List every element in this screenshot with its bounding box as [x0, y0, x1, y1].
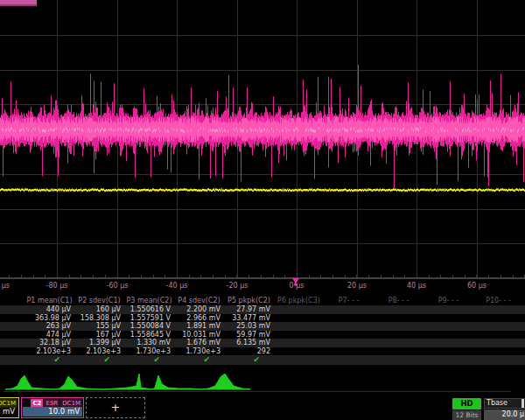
histicon-shape [5, 375, 54, 389]
measurement-value: 1.676 mV [174, 339, 224, 346]
measurement-value: 27.97 mV [224, 305, 274, 313]
measurement-value: 2.966 mV [174, 314, 224, 322]
hd-bits-label: 12 Bits [452, 410, 481, 420]
histicon-row [0, 371, 525, 396]
bottom-bar: DC1M 0 mV C2 ESR DC1M 10.0 mV + HD 12 Bi… [0, 396, 525, 420]
measurement-value: 59.97 mV [224, 331, 274, 339]
measurement-row: 263 µV155 µV1.550084 V1.891 mV25.03 mV [0, 322, 525, 331]
status-check-icon: ✔ [174, 356, 224, 364]
measurement-header[interactable]: P5 pkpk(C2) [224, 297, 274, 304]
histicon-shape [152, 375, 201, 389]
measurement-value: 1.557591 V [124, 314, 174, 322]
measurement-value: 1.891 mV [174, 322, 224, 330]
measurement-value: 25.03 mV [224, 322, 274, 330]
measurement-header[interactable]: P1 mean(C1) [24, 297, 74, 304]
measurement-value: 1.730e+3 [174, 347, 224, 355]
measurement-value: 263 µV [24, 322, 74, 330]
measurement-header-row: P1 mean(C1)P2 sdev(C1)P3 mean(C2)P4 sdev… [0, 296, 525, 305]
timebase-descriptor[interactable]: Tbase 20.0 µ [484, 398, 525, 420]
measurement-value: 33.477 mV [224, 314, 274, 322]
measurement-row: 440 µV160 µV1.550616 V2.200 mV27.97 mV [0, 305, 525, 314]
measurement-value: 2.103e+3 [24, 347, 74, 355]
hd-mode-badge[interactable]: HD [452, 398, 481, 410]
status-check-icon: ✔ [124, 356, 174, 364]
oscilloscope-screen: -100 µs-80 µs-60 µs-40 µs-20 µs0 µs20 µs… [0, 0, 525, 420]
measurement-header[interactable]: P2 sdev(C1) [74, 297, 124, 304]
measurement-value: 1.399 µV [74, 339, 124, 346]
histicon-shape [54, 376, 103, 389]
plus-icon: + [111, 401, 121, 414]
c2-scale-value: 10.0 mV [23, 407, 82, 416]
measurement-table: P1 mean(C1)P2 sdev(C1)P3 mean(C2)P4 sdev… [0, 296, 525, 369]
measurement-value: 158.308 µV [74, 314, 124, 322]
waveform-grid[interactable] [0, 0, 525, 278]
c1-scale-value: 0 mV [0, 407, 18, 416]
add-trace-button[interactable]: + [86, 397, 145, 418]
timebase-title: Tbase [484, 398, 525, 409]
status-check-icon: ✔ [224, 356, 274, 364]
time-axis-label: -80 µs [46, 282, 68, 290]
time-axis-label: -100 µs [0, 282, 10, 290]
measurement-value: 160 µV [74, 305, 124, 313]
measurement-value: 2.200 mV [174, 305, 224, 313]
measurement-value: 474 µV [24, 331, 74, 339]
measurement-header[interactable]: P10- - - [473, 297, 523, 304]
trigger-position-marker-icon[interactable] [292, 278, 299, 284]
time-axis-label: 40 µs [407, 282, 426, 290]
measurement-row: 2.103e+32.103e+31.730e+31.730e+3292 [0, 347, 525, 356]
timebase-value: 20.0 µ [484, 410, 525, 420]
time-axis-label: -20 µs [227, 282, 248, 290]
measurement-value: 6.135 mV [224, 339, 274, 346]
measurement-row: 32.18 µV1.399 µV1.330 mV1.676 mV6.135 mV [0, 339, 525, 347]
measurement-value: 1.550616 V [124, 305, 174, 313]
waveform-canvas[interactable] [0, 0, 525, 278]
measurement-header[interactable]: P8- - - [374, 297, 424, 304]
measurement-header[interactable]: P9- - - [424, 297, 473, 304]
histicon-chart[interactable] [5, 371, 54, 392]
measurement-row: 363.98 µV158.308 µV1.557591 V2.966 mV33.… [0, 314, 525, 323]
measurement-value: 1.330 mV [124, 339, 174, 346]
histicon-chart[interactable] [152, 371, 201, 392]
measurement-header[interactable]: P3 mean(C2) [124, 297, 174, 304]
time-axis-label: 20 µs [347, 282, 367, 290]
measurement-value: 1.558645 V [124, 331, 174, 339]
time-axis: -100 µs-80 µs-60 µs-40 µs-20 µs0 µs20 µs… [0, 278, 525, 294]
timebase-divider [522, 399, 524, 408]
time-axis-label: -40 µs [166, 282, 188, 290]
histicon-shape [201, 374, 250, 389]
channel-c1-descriptor[interactable]: DC1M 0 mV [0, 397, 19, 418]
measurement-value: 1.550084 V [124, 322, 174, 330]
time-axis-label: 60 µs [467, 282, 486, 290]
measurement-value: 292 [224, 347, 274, 355]
trace-label-fragment[interactable] [0, 0, 37, 6]
measurement-value: 363.98 µV [24, 314, 74, 322]
time-axis-label: -60 µs [107, 282, 129, 290]
measurement-value: 32.18 µV [24, 339, 74, 346]
measurement-value: 155 µV [74, 322, 124, 330]
measurement-value: 167 µV [74, 331, 124, 339]
measurement-value: 1.730e+3 [124, 347, 174, 355]
measurement-row: 474 µV167 µV1.558645 V10.031 mV59.97 mV [0, 331, 525, 340]
histicon-chart[interactable] [201, 371, 250, 392]
histicon-shape [103, 374, 152, 389]
histicon-chart[interactable] [54, 371, 103, 392]
histicon-chart[interactable] [103, 371, 152, 392]
measurement-value: 2.103e+3 [74, 347, 124, 355]
measurement-header[interactable]: P7- - - [324, 297, 374, 304]
channel-c2-descriptor[interactable]: C2 ESR DC1M 10.0 mV [21, 397, 84, 418]
measurement-header[interactable]: P6 pkpk(C3) [274, 297, 324, 304]
measurement-value: 10.031 mV [174, 331, 224, 339]
measurement-status-row: ✔✔✔✔✔ [0, 355, 525, 365]
status-check-icon: ✔ [24, 356, 74, 364]
status-check-icon: ✔ [74, 356, 124, 364]
measurement-value: 440 µV [24, 305, 74, 313]
measurement-header[interactable]: P4 sdev(C2) [174, 297, 224, 304]
